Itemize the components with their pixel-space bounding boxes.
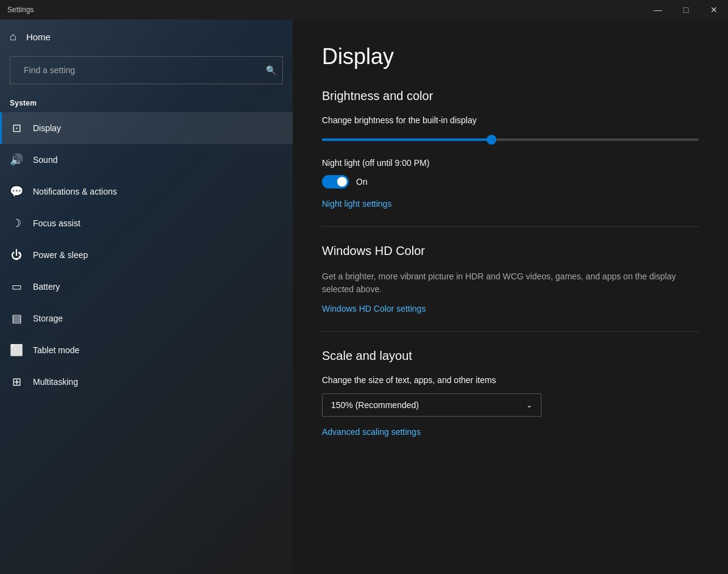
night-light-toggle-row: On [322, 175, 699, 188]
app-body: ⌂ Home 🔍 System ⊡ Display 🔊 Sound 💬 Noti… [0, 20, 728, 574]
scale-dropdown[interactable]: 150% (Recommended) ⌄ [322, 393, 541, 417]
display-icon: ⊡ [10, 121, 23, 135]
close-button[interactable]: ✕ [700, 0, 728, 20]
night-light-toggle-text: On [356, 177, 368, 187]
tablet-icon: ⬜ [10, 343, 23, 357]
sidebar-item-notifications[interactable]: 💬 Notifications & actions [0, 176, 293, 207]
sidebar-item-tablet[interactable]: ⬜ Tablet mode [0, 334, 293, 366]
home-label: Home [26, 32, 51, 42]
section-divider-1 [322, 226, 699, 227]
hd-color-description: Get a brighter, more vibrant picture in … [322, 270, 699, 296]
brightness-heading: Brightness and color [322, 89, 699, 103]
scale-heading: Scale and layout [322, 349, 699, 363]
sidebar-search-container: 🔍 [10, 56, 283, 84]
search-input[interactable] [16, 60, 266, 80]
content-panel: Display Brightness and color Change brig… [293, 20, 728, 574]
sidebar-section-label: System [0, 94, 293, 112]
display-label: Display [33, 123, 61, 133]
storage-label: Storage [33, 314, 63, 323]
sidebar-item-storage[interactable]: ▤ Storage [0, 303, 293, 334]
sidebar-item-multitasking[interactable]: ⊞ Multitasking [0, 366, 293, 398]
sidebar-item-focus[interactable]: ☽ Focus assist [0, 207, 293, 239]
notifications-label: Notifications & actions [33, 187, 117, 196]
page-title: Display [322, 44, 699, 70]
sidebar-item-home[interactable]: ⌂ Home [0, 20, 293, 54]
notifications-icon: 💬 [10, 185, 23, 198]
power-icon: ⏻ [10, 249, 23, 262]
brightness-slider-container [322, 134, 699, 146]
toggle-track [322, 175, 349, 188]
scale-dropdown-row: 150% (Recommended) ⌄ [322, 393, 699, 417]
hd-color-settings-link[interactable]: Windows HD Color settings [322, 304, 426, 314]
storage-icon: ▤ [10, 312, 23, 325]
scale-label: Change the size of text, apps, and other… [322, 375, 699, 385]
night-light-label: Night light (off until 9:00 PM) [322, 158, 699, 168]
section-divider-2 [322, 331, 699, 332]
battery-label: Battery [33, 282, 60, 292]
multitasking-label: Multitasking [33, 377, 78, 387]
toggle-thumb [337, 177, 347, 187]
night-light-settings-link[interactable]: Night light settings [322, 199, 391, 209]
sidebar: ⌂ Home 🔍 System ⊡ Display 🔊 Sound 💬 Noti… [0, 20, 293, 574]
search-icon: 🔍 [266, 65, 276, 75]
battery-icon: ▭ [10, 280, 23, 293]
scale-dropdown-value: 150% (Recommended) [331, 400, 419, 410]
sidebar-item-battery[interactable]: ▭ Battery [0, 271, 293, 303]
sound-label: Sound [33, 155, 57, 165]
power-label: Power & sleep [33, 250, 88, 260]
sidebar-item-sound[interactable]: 🔊 Sound [0, 144, 293, 176]
title-bar: Settings — □ ✕ [0, 0, 728, 20]
maximize-button[interactable]: □ [672, 0, 700, 20]
search-wrapper: 🔍 [10, 56, 283, 84]
focus-label: Focus assist [33, 218, 80, 228]
tablet-label: Tablet mode [33, 345, 79, 355]
window-controls: — □ ✕ [644, 0, 728, 20]
focus-icon: ☽ [10, 217, 23, 230]
night-light-toggle[interactable] [322, 175, 349, 188]
sidebar-item-display[interactable]: ⊡ Display [0, 112, 293, 144]
minimize-button[interactable]: — [644, 0, 672, 20]
multitasking-icon: ⊞ [10, 375, 23, 389]
chevron-down-icon: ⌄ [526, 401, 532, 409]
sidebar-item-power[interactable]: ⏻ Power & sleep [0, 239, 293, 271]
sound-icon: 🔊 [10, 153, 23, 167]
hd-color-heading: Windows HD Color [322, 244, 699, 258]
advanced-scaling-link[interactable]: Advanced scaling settings [322, 427, 421, 437]
brightness-label: Change brightness for the built-in displ… [322, 115, 699, 125]
home-icon: ⌂ [10, 30, 16, 43]
window-title: Settings [7, 5, 34, 14]
